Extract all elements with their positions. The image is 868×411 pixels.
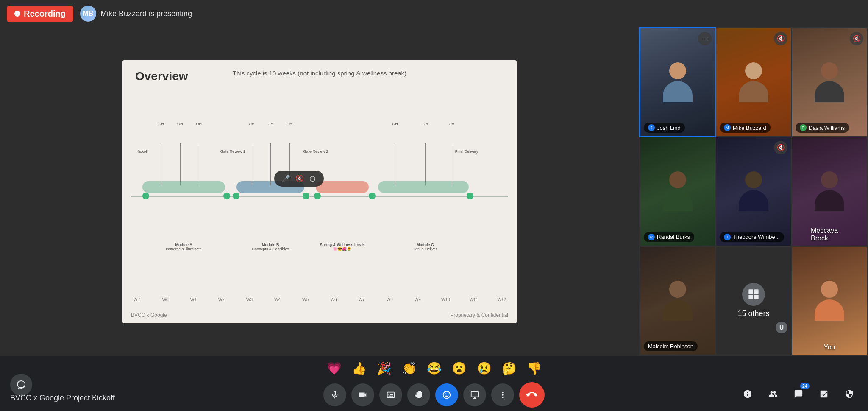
participant-tile-malcolm: Malcolm Robinson (640, 247, 715, 355)
oh-label: OH (287, 122, 292, 126)
oh-label: OH (268, 122, 274, 126)
security-button[interactable] (841, 386, 858, 403)
module-a-end-milestone (223, 193, 230, 199)
presenter-avatar: MB (80, 6, 96, 22)
reactions-button[interactable] (435, 383, 458, 406)
camera-button[interactable] (351, 383, 374, 406)
participant-tile-theodore: 🔇 T Theodore Wimbe... (716, 137, 791, 245)
raise-hand-button[interactable] (407, 383, 430, 406)
oh-label: OH (449, 122, 455, 126)
oh-tick (425, 143, 426, 185)
dasia-name-badge: D Dasia Williams (796, 123, 849, 133)
presentation-area: Overview This cycle is 10 weeks (not inc… (0, 27, 639, 356)
controls-bar (323, 382, 545, 408)
main-content: Overview This cycle is 10 weeks (not inc… (0, 27, 868, 356)
you-body (815, 299, 844, 321)
heart-emoji-btn[interactable]: 💗 (325, 360, 343, 377)
timeline-area: W-1 W0 W1 W2 W3 W4 W5 W6 W7 W8 W9 W10 W1… (131, 90, 508, 302)
gate2-milestone (314, 193, 321, 199)
thumbsup-emoji-btn[interactable]: 👍 (350, 360, 368, 377)
randal-name-text: Randal Burks (657, 234, 690, 240)
messenger-button[interactable] (10, 374, 32, 396)
svg-rect-2 (748, 295, 753, 299)
participant-tile-others[interactable]: U 15 others (716, 247, 791, 355)
final-label: Final Delivery (455, 149, 479, 154)
week-label: W3 (243, 297, 256, 302)
module-a-label: Module A Immerse & Illuminate (166, 243, 202, 251)
confetti-emoji-btn[interactable]: 🎉 (375, 360, 393, 377)
slide-footer-right: Proprietary & Confidential (450, 312, 508, 318)
randal-video (640, 137, 715, 245)
video-slash-icon: 🔇 (295, 174, 304, 182)
more-options-button[interactable] (491, 383, 514, 406)
others-grid-icon (742, 283, 765, 306)
bottom-bar: 💗 👍 🎉 👏 😂 😮 😢 🤔 👎 (0, 356, 868, 411)
final-milestone (467, 193, 473, 199)
slide-title: Overview (135, 70, 188, 83)
theodore-name-badge: T Theodore Wimbe... (720, 232, 784, 242)
right-controls-bar: 24 (739, 386, 858, 403)
oh-label: OH (249, 122, 255, 126)
josh-name-badge: J Josh Lind (644, 123, 685, 133)
laugh-emoji-btn[interactable]: 😂 (425, 360, 443, 377)
oh-label: OH (422, 122, 428, 126)
activities-button[interactable] (815, 386, 832, 403)
oh-tick (161, 143, 161, 185)
mike-head (745, 62, 762, 79)
recording-button[interactable]: Recording (7, 6, 73, 22)
module-a-segment (142, 181, 225, 193)
week-label: W1 (187, 297, 200, 302)
dasia-avatar-icon: D (800, 124, 807, 131)
oh-tick (270, 143, 271, 185)
clap-emoji-btn[interactable]: 👏 (400, 360, 418, 377)
present-button[interactable] (463, 383, 486, 406)
gate1-milestone (233, 193, 239, 199)
microphone-button[interactable] (323, 383, 346, 406)
randal-name-badge: R Randal Burks (644, 232, 694, 242)
gate1-label: Gate Review 1 (220, 149, 245, 154)
recording-label: Recording (24, 9, 66, 19)
sad-emoji-btn[interactable]: 😢 (475, 360, 493, 377)
randal-avatar-icon: R (648, 234, 655, 240)
svg-rect-0 (748, 290, 753, 294)
participants-panel: ⋯ J Josh Lind 🔇 M Mike Buzzard (639, 27, 868, 356)
oh-label: OH (392, 122, 398, 126)
wow-emoji-btn[interactable]: 😮 (450, 360, 468, 377)
week-label: W7 (355, 297, 368, 302)
kickoff-milestone (142, 193, 149, 199)
meeting-info-button[interactable] (739, 386, 756, 403)
module-b-end-milestone (303, 193, 309, 199)
week-label: W8 (383, 297, 396, 302)
others-content: U 15 others (737, 283, 769, 318)
options-menu-button[interactable]: ⋯ (698, 32, 712, 45)
week-label: W6 (327, 297, 340, 302)
randal-head (669, 171, 686, 188)
theodore-name-text: Theodore Wimbe... (733, 234, 780, 240)
participant-tile-you: You (792, 247, 867, 355)
module-c-segment (378, 181, 469, 193)
oh-tick (180, 143, 181, 185)
theodore-body (739, 190, 768, 211)
meccaya-name-corner: Meccaya Brock (811, 227, 848, 242)
thumbsdown-emoji-btn[interactable]: 👎 (525, 360, 543, 377)
oh-label: OH (158, 122, 164, 126)
people-button[interactable] (765, 386, 782, 403)
think-emoji-btn[interactable]: 🤔 (500, 360, 518, 377)
you-name-corner: You (824, 344, 835, 351)
captions-button[interactable] (379, 383, 402, 406)
week-label: W4 (271, 297, 284, 302)
you-head (821, 281, 838, 298)
presenter-info: MB Mike Buzzard is presenting (80, 6, 192, 22)
chat-badge-count: 24 (800, 383, 810, 389)
randal-body (663, 190, 693, 211)
week-label: W12 (495, 297, 508, 302)
malcolm-body (663, 299, 693, 321)
oh-tick (252, 143, 252, 185)
others-u-badge: U (776, 322, 787, 333)
slide-container: Overview This cycle is 10 weeks (not inc… (122, 60, 517, 323)
kickoff-label: Kickoff (136, 149, 148, 154)
module-c-label: Module C Test & Deliver (413, 243, 437, 251)
you-video (792, 247, 867, 355)
josh-body (663, 81, 693, 102)
end-call-button[interactable] (519, 382, 545, 408)
